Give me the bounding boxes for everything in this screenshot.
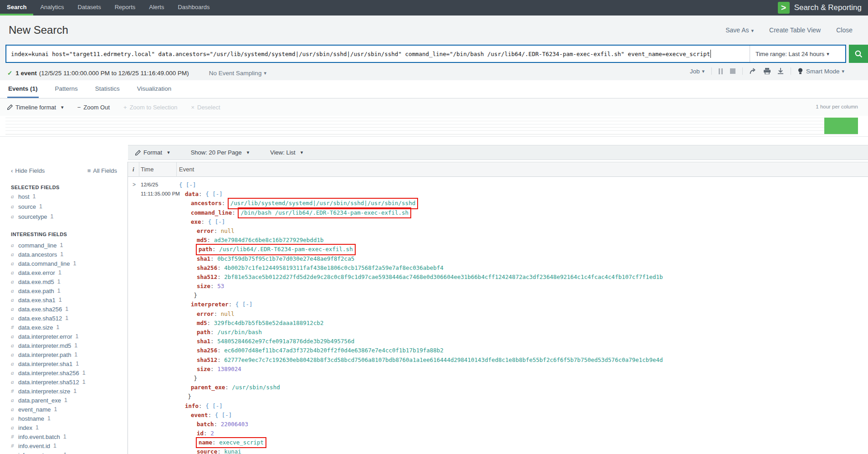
- field-item-data-exe-sha256[interactable]: adata.exe.sha2561: [11, 304, 124, 314]
- nav-item-analytics[interactable]: Analytics: [33, 0, 71, 15]
- field-item-hostname[interactable]: ahostname1: [11, 414, 124, 423]
- field-type-string-icon: a: [11, 452, 15, 454]
- export-download-icon[interactable]: [777, 68, 784, 74]
- field-item-data-exe-error[interactable]: adata.exe.error1: [11, 268, 124, 277]
- json-key: source: [197, 448, 217, 454]
- json-value[interactable]: execve_script: [219, 439, 264, 446]
- field-item-data-interpreter-error[interactable]: adata.interpreter.error1: [11, 332, 124, 341]
- field-item-info-event-id[interactable]: #info.event.id1: [11, 441, 124, 450]
- search-input[interactable]: index=kunai host="target11.edrmetry.loca…: [6, 46, 750, 62]
- search-mode-dropdown[interactable]: Smart Mode▾: [798, 68, 844, 75]
- create-table-view-button[interactable]: Create Table View: [769, 26, 821, 34]
- nav-item-datasets[interactable]: Datasets: [71, 0, 107, 15]
- field-item-command-line[interactable]: acommand_line1: [11, 241, 124, 250]
- json-value[interactable]: /bin/bash /usr/lib64/.EDR-T6234-pam-exec…: [240, 209, 408, 216]
- field-item-data-command-line[interactable]: adata.command_line1: [11, 259, 124, 268]
- field-item-data-ancestors[interactable]: adata.ancestors1: [11, 250, 124, 259]
- nav-item-search[interactable]: Search: [0, 0, 33, 15]
- json-value[interactable]: 2bf81e53ace5b0122d27fd5d2de9c28c0c8f9c1d…: [224, 273, 663, 280]
- field-name: data.interpreter.md5: [18, 342, 71, 349]
- json-value[interactable]: ec6d007d48ef11bc47ad3f372b4b20ff2f0d4e63…: [224, 347, 444, 354]
- all-fields-button[interactable]: ≡All Fields: [87, 167, 117, 174]
- json-value[interactable]: 53: [217, 283, 224, 289]
- field-item-source[interactable]: asource1: [11, 201, 124, 212]
- field-item-event-name[interactable]: aevent_name1: [11, 405, 124, 414]
- json-value[interactable]: kunai: [224, 448, 241, 454]
- field-item-data-interpreter-md5[interactable]: adata.interpreter.md51: [11, 341, 124, 350]
- nav-item-reports[interactable]: Reports: [108, 0, 143, 15]
- field-name: source: [18, 203, 36, 210]
- event-sampling-dropdown[interactable]: No Event Sampling▾: [209, 70, 266, 77]
- json-value[interactable]: /usr/lib64/.EDR-T6234-pam-exec-exfil.sh: [219, 246, 353, 253]
- app-switcher[interactable]: > Search & Reporting: [778, 0, 868, 15]
- close-button[interactable]: Close: [836, 26, 853, 34]
- tab-patterns[interactable]: Patterns: [54, 80, 79, 98]
- hide-fields-button[interactable]: ‹Hide Fields: [11, 167, 45, 174]
- field-item-index[interactable]: aindex1: [11, 423, 124, 432]
- field-item-data-parent-exe[interactable]: adata.parent_exe1: [11, 396, 124, 405]
- collapse-toggle[interactable]: [-]: [186, 181, 196, 188]
- json-value[interactable]: 54805284662e97cfe091a7876dde3b29b495756d: [217, 338, 354, 345]
- collapse-toggle[interactable]: [-]: [222, 412, 232, 418]
- json-value[interactable]: 62777ee9ec7c7c192630eb80428b8f3cd58bcd75…: [224, 356, 663, 363]
- collapse-toggle[interactable]: [-]: [242, 301, 253, 308]
- json-value[interactable]: 1389024: [217, 366, 241, 372]
- field-type-string-icon: a: [11, 288, 15, 294]
- json-value[interactable]: /usr/sbin/sshd: [232, 384, 280, 391]
- field-item-host[interactable]: ahost1: [11, 191, 124, 201]
- field-item-data-exe-md5[interactable]: adata.exe.md51: [11, 277, 124, 286]
- time-range-picker[interactable]: Time range: Last 24 hours▾: [750, 46, 845, 62]
- field-item-data-interpreter-sha512[interactable]: adata.interpreter.sha5121: [11, 377, 124, 387]
- field-count: 1: [73, 260, 76, 267]
- json-line: }: [179, 392, 663, 401]
- expand-event-chevron[interactable]: >: [133, 181, 136, 188]
- field-name: data.command_line: [18, 260, 70, 267]
- field-item-data-exe-sha512[interactable]: adata.exe.sha5121: [11, 314, 124, 323]
- tab-visualization[interactable]: Visualization: [136, 80, 173, 98]
- field-type-string-icon: a: [11, 379, 15, 386]
- nav-item-dashboards[interactable]: Dashboards: [171, 0, 216, 15]
- json-value[interactable]: 329fbc4db7b5fb58e52daaa188912cb2: [214, 320, 324, 326]
- print-icon[interactable]: [764, 68, 771, 74]
- json-value[interactable]: null: [221, 227, 235, 234]
- json-value[interactable]: /usr/bin/bash: [217, 329, 262, 335]
- json-value[interactable]: ad3e7984d76c6be8c16b727929ebdd1b: [214, 237, 324, 243]
- collapse-toggle[interactable]: [-]: [212, 191, 223, 197]
- json-value[interactable]: 4b002b7c1fe124495819311faf438e1806c0cb17…: [224, 264, 444, 271]
- collapse-toggle[interactable]: [-]: [215, 218, 225, 225]
- column-divider: [176, 162, 177, 177]
- field-item-info-event-name[interactable]: ainfo.event.name1: [11, 450, 124, 454]
- json-value[interactable]: 0bc3f59db75f95c1b7e7d030e27e48ae9f8f2ca5: [217, 255, 354, 262]
- field-item-sourcetype[interactable]: asourcetype1: [11, 212, 124, 222]
- per-page-dropdown[interactable]: Show: 20 Per Page▾: [191, 149, 250, 156]
- chevron-down-icon: ▾: [61, 104, 64, 110]
- field-item-data-exe-size[interactable]: #data.exe.size1: [11, 323, 124, 332]
- field-item-data-exe-sha1[interactable]: adata.exe.sha11: [11, 295, 124, 304]
- tab-events-1[interactable]: Events (1): [7, 80, 39, 98]
- field-item-data-interpreter-sha256[interactable]: adata.interpreter.sha2561: [11, 368, 124, 377]
- field-item-data-interpreter-path[interactable]: adata.interpreter.path1: [11, 350, 124, 359]
- json-value[interactable]: 2: [210, 430, 214, 437]
- field-item-data-interpreter-sha1[interactable]: adata.interpreter.sha11: [11, 359, 124, 368]
- timeline-event-bar[interactable]: [824, 118, 858, 134]
- interesting-fields-header: INTERESTING FIELDS: [11, 232, 67, 237]
- json-value[interactable]: /usr/lib/systemd/systemd|/usr/sbin/sshd|…: [230, 200, 415, 206]
- zoom-out-button[interactable]: −Zoom Out: [77, 104, 110, 111]
- format-dropdown[interactable]: Format▾: [135, 149, 170, 156]
- tab-statistics[interactable]: Statistics: [94, 80, 121, 98]
- collapse-toggle[interactable]: [-]: [212, 402, 223, 409]
- share-icon[interactable]: [750, 68, 757, 74]
- pause-icon[interactable]: [719, 68, 723, 74]
- stop-icon[interactable]: [730, 68, 735, 74]
- field-item-data-interpreter-size[interactable]: #data.interpreter.size1: [11, 387, 124, 396]
- view-dropdown[interactable]: View: List▾: [270, 149, 303, 156]
- search-button[interactable]: [849, 45, 868, 63]
- save-as-button[interactable]: Save As▾: [725, 26, 754, 34]
- field-item-data-exe-path[interactable]: adata.exe.path1: [11, 286, 124, 295]
- timeline-format-dropdown[interactable]: Timeline format▾: [7, 104, 64, 111]
- field-item-info-event-batch[interactable]: #info.event.batch1: [11, 432, 124, 441]
- job-menu[interactable]: Job▾: [690, 68, 705, 75]
- nav-item-alerts[interactable]: Alerts: [142, 0, 171, 15]
- json-value[interactable]: 22006403: [221, 421, 248, 428]
- json-value[interactable]: null: [221, 310, 235, 317]
